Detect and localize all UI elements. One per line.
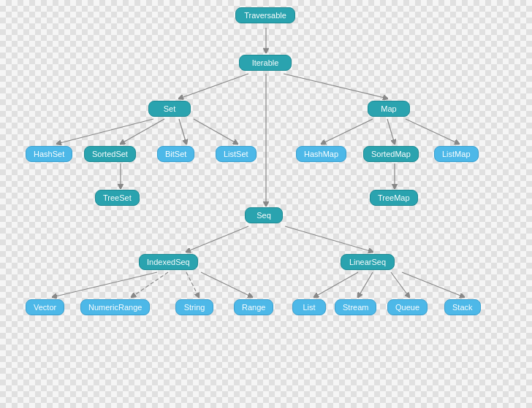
node-listset: ListSet [216,146,256,162]
svg-line-13 [186,226,248,252]
node-listmap: ListMap [434,146,479,162]
svg-line-7 [194,119,238,144]
node-vector: Vector [26,299,64,315]
node-string: String [175,299,213,315]
node-queue: Queue [387,299,428,315]
node-treeset: TreeSet [95,190,140,206]
node-map: Map [368,101,410,117]
svg-line-21 [391,272,409,297]
node-range: Range [234,299,273,315]
svg-line-9 [322,119,373,144]
node-indexedseq: IndexedSeq [139,254,198,270]
svg-line-17 [186,272,199,297]
svg-line-6 [179,119,186,144]
svg-line-4 [57,119,153,144]
svg-line-14 [285,226,373,252]
node-stack: Stack [444,299,481,315]
svg-line-2 [284,74,387,99]
svg-line-18 [201,272,252,297]
node-list: List [292,299,326,315]
svg-line-5 [121,119,164,144]
node-bitset: BitSet [157,146,194,162]
node-numericrange: NumericRange [80,299,150,315]
svg-line-11 [406,119,459,144]
svg-line-1 [179,74,248,99]
node-traversable: Traversable [235,7,295,23]
node-linearseq: LinearSeq [341,254,395,270]
node-treemap: TreeMap [370,190,418,206]
svg-line-22 [402,272,464,297]
svg-line-20 [358,272,373,297]
svg-line-10 [387,119,395,144]
node-set: Set [148,101,191,117]
svg-line-15 [53,272,157,297]
diagram: Traversable Iterable Set Map HashSet Sor… [0,0,532,408]
svg-line-16 [132,272,168,297]
node-hashset: HashSet [26,146,72,162]
svg-line-19 [314,272,358,297]
node-stream: Stream [335,299,376,315]
node-seq: Seq [245,207,283,223]
node-sortedset: SortedSet [84,146,136,162]
node-sortedmap: SortedMap [363,146,419,162]
node-hashmap: HashMap [296,146,346,162]
node-iterable: Iterable [239,55,292,71]
